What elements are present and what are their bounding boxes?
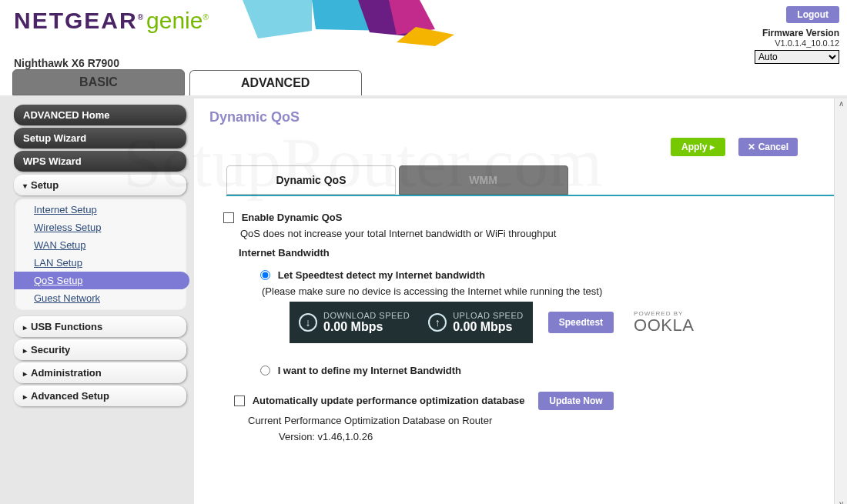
download-speed-value: 0.00 Mbps [323,320,410,334]
sidebar-setup-wizard[interactable]: Setup Wizard [14,128,186,149]
upload-icon: ↑ [428,313,447,332]
content-area: Dynamic QoS Apply ▸ ✕ Cancel Dynamic QoS… [194,98,847,504]
tab-advanced[interactable]: ADVANCED [189,70,362,95]
sidebar-item-wireless-setup[interactable]: Wireless Setup [14,219,186,236]
upload-speed-label: UPLOAD SPEED [453,311,524,320]
sidebar-item-qos-setup[interactable]: QoS Setup [14,272,189,289]
model-name: Nighthawk X6 R7900 [14,57,847,69]
sidebar-item-wan-setup[interactable]: WAN Setup [14,236,186,254]
subtab-wmm[interactable]: WMM [399,165,568,195]
tab-basic[interactable]: BASIC [12,69,185,95]
page-title: Dynamic QoS [209,109,842,125]
logout-button[interactable]: Logout [786,6,839,23]
sidebar-usb-functions[interactable]: USB Functions [14,316,186,337]
firmware-label: Firmware Version [755,28,839,38]
sidebar-setup[interactable]: Setup [14,175,186,195]
brand-netgear: NETGEAR® [14,8,145,34]
decorative-shapes [243,0,458,46]
sidebar-administration[interactable]: Administration [14,362,186,383]
auto-update-checkbox[interactable] [234,396,245,406]
sidebar-item-lan-setup[interactable]: LAN Setup [14,254,186,272]
svg-marker-0 [243,0,312,38]
auto-update-label: Automatically update performance optimiz… [253,395,525,406]
enable-dynamic-qos-label: Enable Dynamic QoS [242,212,343,223]
scrollbar[interactable]: ∧ ∨ [834,98,847,504]
scroll-up-icon[interactable]: ∧ [835,98,847,111]
download-icon: ↓ [299,313,317,332]
internet-bandwidth-header: Internet Bandwidth [239,247,827,259]
sidebar-item-internet-setup[interactable]: Internet Setup [14,201,186,219]
db-version: Version: v1.46,1.0.26 [279,431,827,442]
sidebar-item-guest-network[interactable]: Guest Network [14,289,186,307]
apply-button[interactable]: Apply ▸ [671,138,725,156]
scroll-down-icon[interactable]: ∨ [835,499,847,504]
enable-note: QoS does not increase your total Interne… [240,228,827,239]
cancel-button[interactable]: ✕ Cancel [738,138,798,156]
radio-manual-label: I want to define my Internet Bandwidth [278,365,461,376]
speedtest-button[interactable]: Speedtest [548,312,614,333]
ookla-brand: POWERED BY OOKLA [634,311,694,334]
upload-speed-value: 0.00 Mbps [453,320,524,334]
sidebar-advanced-setup[interactable]: Advanced Setup [14,386,186,406]
sidebar-advanced-home[interactable]: ADVANCED Home [14,105,186,125]
radio-speedtest-label: Let Speedtest detect my Internet bandwid… [278,269,485,281]
speedtest-note: (Please make sure no device is accessing… [262,285,827,297]
firmware-value: V1.0.1.4_10.0.12 [755,38,839,48]
speed-panel: ↓ DOWNLOAD SPEED 0.00 Mbps ↑ UPLOAD SPEE… [290,302,533,343]
db-current-label: Current Performance Optimization Databas… [248,415,827,426]
subtab-dynamic-qos[interactable]: Dynamic QoS [226,165,396,195]
sidebar-wps-wizard[interactable]: WPS Wizard [14,151,186,172]
radio-manual-bandwidth[interactable] [260,365,270,375]
sidebar: ADVANCED Home Setup Wizard WPS Wizard Se… [0,95,194,504]
sidebar-security[interactable]: Security [14,339,186,360]
update-now-button[interactable]: Update Now [538,392,613,410]
download-speed-label: DOWNLOAD SPEED [323,311,410,320]
language-select[interactable]: Auto [755,50,839,64]
radio-speedtest-detect[interactable] [260,270,270,280]
enable-dynamic-qos-checkbox[interactable] [223,212,234,223]
brand-genie: genie® [146,8,209,33]
